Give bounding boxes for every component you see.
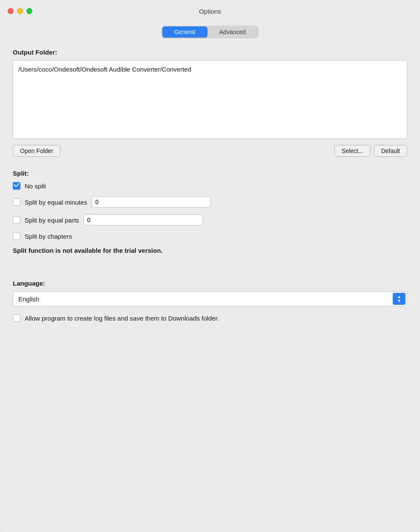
title-bar: Options [0,0,420,22]
split-chapters-checkbox[interactable] [13,232,20,240]
no-split-option: No split [13,182,407,190]
split-minutes-checkbox[interactable] [13,198,20,206]
split-parts-input[interactable] [83,214,203,226]
language-section: Language: English Chinese French German … [13,280,407,322]
split-unavailable-notice: Split function is not available for the … [13,247,407,254]
traffic-lights [8,8,32,14]
select-button[interactable]: Select... [334,145,371,157]
split-parts-checkbox[interactable] [13,216,20,224]
minimize-button[interactable] [17,8,23,14]
tab-general[interactable]: General [162,26,207,38]
split-label: Split: [13,170,407,177]
language-select-wrapper: English Chinese French German Spanish Ja… [13,291,407,306]
log-files-option: Allow program to create log files and sa… [13,314,407,322]
split-minutes-checkbox-wrapper [13,198,20,206]
maximize-button[interactable] [26,8,32,14]
log-files-checkbox-wrapper [13,314,20,322]
tab-advanced[interactable]: Advanced [207,26,258,38]
split-minutes-label: Split by equal minutes [25,199,87,206]
no-split-checkbox-wrapper [13,182,20,190]
output-folder-input[interactable] [13,60,407,139]
split-minutes-option: Split by equal minutes [13,197,407,208]
tab-container: General Advanced [161,26,259,38]
options-window: Options General Advanced Output Folder: … [0,0,420,532]
language-select[interactable]: English Chinese French German Spanish Ja… [13,291,407,306]
no-split-checkbox[interactable] [13,182,20,190]
language-label: Language: [13,280,407,287]
split-chapters-option: Split by chapters [13,232,407,240]
folder-buttons-right: Select... Default [334,145,407,157]
log-files-checkbox[interactable] [13,314,20,322]
split-chapters-label: Split by chapters [25,233,72,240]
split-chapters-checkbox-wrapper [13,232,20,240]
content-area: Output Folder: Open Folder Select... Def… [0,44,420,335]
default-button[interactable]: Default [374,145,407,157]
open-folder-button[interactable]: Open Folder [13,145,60,157]
log-files-label: Allow program to create log files and sa… [25,315,219,322]
window-title: Options [199,8,221,15]
output-folder-label: Output Folder: [13,49,407,56]
split-minutes-input[interactable] [92,197,211,208]
split-parts-label: Split by equal parts [25,217,79,224]
close-button[interactable] [8,8,14,14]
no-split-label: No split [25,182,46,190]
split-section: Split: No split Split by equal minutes [13,170,407,254]
folder-buttons-row: Open Folder Select... Default [13,145,407,157]
tab-bar: General Advanced [0,22,420,44]
split-parts-checkbox-wrapper [13,216,20,224]
split-parts-option: Split by equal parts [13,214,407,226]
